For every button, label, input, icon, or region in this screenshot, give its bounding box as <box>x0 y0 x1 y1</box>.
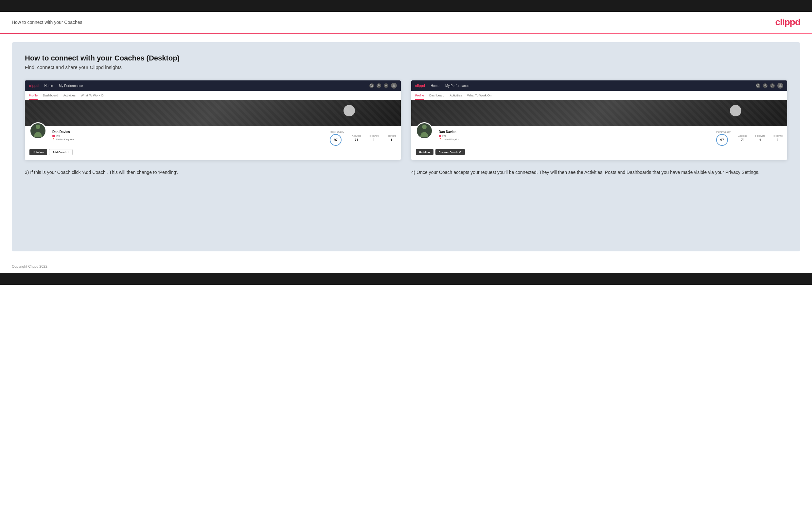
svg-point-6 <box>757 84 759 87</box>
copyright: Copyright Clippd 2022 <box>12 265 47 268</box>
mock-profile-area-left: Dan Davies Pro 📍 United Kingdom Player Q… <box>25 126 401 160</box>
description-text-right: 4) Once your Coach accepts your request … <box>411 169 787 176</box>
avatar-nav-right <box>777 83 783 89</box>
description-right: 4) Once your Coach accepts your request … <box>411 169 787 176</box>
badge-text-left: Pro <box>56 134 60 137</box>
mock-nav-home-right: Home <box>430 84 439 88</box>
mock-tabs-right: Profile Dashboard Activities What To Wor… <box>411 91 787 100</box>
avatar-left <box>30 122 46 139</box>
svg-point-9 <box>772 85 773 86</box>
top-bar <box>0 0 812 12</box>
mock-logo-right: clippd <box>415 84 425 88</box>
mock-buttons-left: Unfollow Add Coach + <box>30 149 396 155</box>
tab-profile-right[interactable]: Profile <box>415 91 424 100</box>
mock-profile-area-right: Dan Davies Pro 📍 United Kingdom Player Q… <box>411 126 787 160</box>
location-icon-right: 📍 <box>439 138 442 141</box>
close-icon-right: ✕ <box>459 150 462 154</box>
following-right: Following 1 <box>773 135 782 142</box>
user-icon-right <box>763 83 767 88</box>
svg-point-0 <box>370 84 373 87</box>
plus-icon-left: + <box>67 151 69 154</box>
unfollow-button-right[interactable]: Unfollow <box>416 149 434 155</box>
mock-tabs-left: Profile Dashboard Activities What To Wor… <box>25 91 401 100</box>
settings-icon-right <box>770 83 775 88</box>
tab-activities-right[interactable]: Activities <box>450 91 462 100</box>
mock-hero-right <box>411 100 787 126</box>
svg-line-7 <box>759 86 760 87</box>
stats-right: Player Quality 97 Activities 71 Follower… <box>716 129 782 146</box>
location-icon-left: 📍 <box>52 138 55 141</box>
fwg-value-left: 1 <box>386 138 396 142</box>
tab-what-to-work-on-left[interactable]: What To Work On <box>81 91 105 100</box>
fol-value-left: 1 <box>369 138 378 142</box>
fol-value-right: 1 <box>755 138 765 142</box>
mock-nav-performance-right: My Performance <box>445 84 469 88</box>
tab-dashboard-right[interactable]: Dashboard <box>429 91 444 100</box>
player-quality-left: Player Quality 97 <box>330 131 344 146</box>
tab-activities-left[interactable]: Activities <box>63 91 75 100</box>
svg-point-5 <box>36 124 40 129</box>
user-info-left: Dan Davies Pro 📍 United Kingdom <box>52 129 73 141</box>
header-title: How to connect with your Coaches <box>12 19 83 25</box>
badge-icon-left <box>52 135 55 137</box>
badge-icon-right <box>439 135 441 137</box>
avatar-nav-left <box>391 83 397 89</box>
footer: Copyright Clippd 2022 <box>0 259 812 273</box>
mock-nav-right-container: clippd Home My Performance <box>411 80 787 91</box>
mock-profile-row-right: Dan Davies Pro 📍 United Kingdom Player Q… <box>416 129 782 146</box>
location-right: 📍 United Kingdom <box>439 138 460 141</box>
screenshot-left: clippd Home My Performance <box>25 80 401 160</box>
mock-nav-performance-left: My Performance <box>59 84 83 88</box>
screenshot-right: clippd Home My Performance <box>411 80 787 160</box>
pq-value-right: 97 <box>716 134 728 146</box>
user-icon-left <box>376 83 381 88</box>
page-subtitle: Find, connect and share your Clippd insi… <box>25 64 787 70</box>
pq-value-left: 97 <box>330 134 342 146</box>
activities-left: Activities 71 <box>352 135 361 142</box>
remove-coach-button-right[interactable]: Remove Coach ✕ <box>436 149 465 155</box>
add-coach-button-left[interactable]: Add Coach + <box>49 149 72 155</box>
followers-right: Followers 1 <box>755 135 765 142</box>
act-label-left: Activities <box>352 135 361 137</box>
svg-line-1 <box>372 86 373 87</box>
pq-label-left: Player Quality <box>330 131 344 133</box>
act-label-right: Activities <box>739 135 748 137</box>
location-text-right: United Kingdom <box>443 138 460 141</box>
svg-point-3 <box>386 85 387 86</box>
user-badge-right: Pro <box>439 134 460 137</box>
avatar-right <box>416 122 433 139</box>
stats-left: Player Quality 97 Activities 71 Follower… <box>330 129 396 146</box>
description-text-left: 3) If this is your Coach click ‘Add Coac… <box>25 169 401 176</box>
player-quality-right: Player Quality 97 <box>716 131 730 146</box>
following-left: Following 1 <box>386 135 396 142</box>
settings-icon-left <box>384 83 388 88</box>
header: How to connect with your Coaches clippd <box>0 12 812 33</box>
hero-circle-right <box>730 105 741 116</box>
tab-profile-left[interactable]: Profile <box>29 91 38 100</box>
hero-circle-left <box>344 105 355 116</box>
mock-profile-row-left: Dan Davies Pro 📍 United Kingdom Player Q… <box>30 129 396 146</box>
pq-label-right: Player Quality <box>716 131 730 133</box>
fol-label-left: Followers <box>369 135 378 137</box>
tab-what-to-work-on-right[interactable]: What To Work On <box>467 91 492 100</box>
badge-text-right: Pro <box>442 134 446 137</box>
activities-right: Activities 71 <box>739 135 748 142</box>
unfollow-button-left[interactable]: Unfollow <box>30 149 47 155</box>
search-icon-left <box>369 83 374 88</box>
bottom-bar <box>0 273 812 285</box>
fwg-label-right: Following <box>773 135 782 137</box>
mock-logo-left: clippd <box>29 84 38 88</box>
act-value-left: 71 <box>352 138 361 142</box>
user-badge-left: Pro <box>52 134 73 137</box>
user-name-left: Dan Davies <box>52 130 73 134</box>
search-icon-right <box>756 83 760 88</box>
tab-dashboard-left[interactable]: Dashboard <box>43 91 58 100</box>
fol-label-right: Followers <box>755 135 765 137</box>
description-left: 3) If this is your Coach click ‘Add Coac… <box>25 169 401 176</box>
main-content: How to connect with your Coaches (Deskto… <box>12 42 800 251</box>
followers-left: Followers 1 <box>369 135 378 142</box>
mock-nav-right-left <box>369 83 397 89</box>
logo: clippd <box>775 17 800 27</box>
descriptions-row: 3) If this is your Coach click ‘Add Coac… <box>25 169 787 176</box>
svg-point-11 <box>422 124 426 129</box>
